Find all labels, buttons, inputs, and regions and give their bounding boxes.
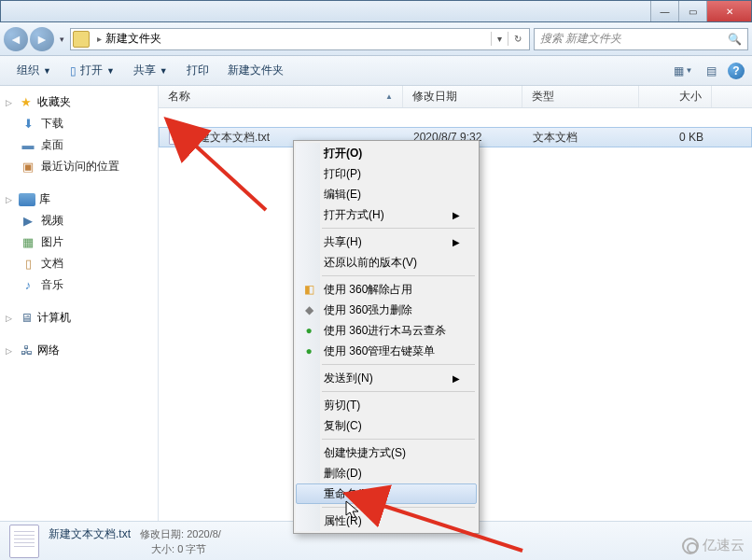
music-icon: ♪ <box>21 278 35 293</box>
360-icon: ◆ <box>301 302 316 317</box>
breadcrumb-dropdown[interactable]: ▾ <box>491 32 508 46</box>
chevron-down-icon: ▼ <box>160 66 168 76</box>
column-type[interactable]: 类型 <box>522 86 639 107</box>
minimize-button[interactable]: — <box>650 1 678 21</box>
ctx-360-delete[interactable]: ◆使用 360强力删除 <box>296 300 477 320</box>
nav-history-dropdown[interactable]: ▾ <box>58 35 66 44</box>
sidebar-item-desktop[interactable]: ▬桌面 <box>0 134 158 156</box>
column-name[interactable]: 名称 <box>159 86 403 107</box>
column-date[interactable]: 修改日期 <box>403 86 522 107</box>
document-icon: ▯ <box>21 257 35 272</box>
download-icon: ⬇ <box>21 117 35 132</box>
help-button[interactable]: ? <box>728 63 745 79</box>
sidebar-item-videos[interactable]: ▶视频 <box>0 210 158 231</box>
ctx-360-unlock[interactable]: ◧使用 360解除占用 <box>296 279 477 300</box>
ctx-copy[interactable]: 复制(C) <box>296 415 477 436</box>
picture-icon: ▦ <box>21 235 35 250</box>
chevron-down-icon: ▼ <box>106 66 115 76</box>
ctx-restore[interactable]: 还原以前的版本(V) <box>296 252 477 273</box>
ctx-share[interactable]: 共享(H)▶ <box>296 231 477 252</box>
breadcrumb[interactable]: ▸ 新建文件夹 ▾ ↻ <box>70 28 530 50</box>
computer-icon: 🖥 <box>19 311 34 326</box>
ctx-sendto[interactable]: 发送到(N)▶ <box>296 368 477 388</box>
folder-icon <box>73 31 90 48</box>
breadcrumb-separator: ▸ <box>97 34 102 44</box>
sidebar-computer-header[interactable]: ▷🖥计算机 <box>0 307 158 329</box>
ctx-shortcut[interactable]: 创建快捷方式(S) <box>296 442 477 463</box>
sidebar-network-header[interactable]: ▷🖧网络 <box>0 340 158 361</box>
ctx-print[interactable]: 打印(P) <box>296 163 477 184</box>
open-button[interactable]: ▯打开▼ <box>61 59 124 82</box>
watermark-logo-icon <box>682 538 699 554</box>
sidebar-favorites-header[interactable]: ▷★收藏夹 <box>0 91 158 113</box>
submenu-icon: ▶ <box>453 373 460 384</box>
search-icon: 🔍 <box>728 33 742 46</box>
sidebar-item-downloads[interactable]: ⬇下载 <box>0 113 158 134</box>
search-input[interactable]: 搜索 新建文件夹 🔍 <box>534 28 748 50</box>
360-icon: ● <box>301 323 316 338</box>
ctx-open[interactable]: 打开(O) <box>296 143 477 163</box>
share-button[interactable]: 共享▼ <box>124 59 177 82</box>
sidebar-libraries-header[interactable]: ▷库 <box>0 189 158 210</box>
ctx-cut[interactable]: 剪切(T) <box>296 395 477 415</box>
details-filename: 新建文本文档.txt 修改日期: 2020/8/ <box>49 526 221 542</box>
breadcrumb-folder[interactable]: 新建文件夹 <box>105 31 161 47</box>
star-icon: ★ <box>19 95 34 110</box>
print-button[interactable]: 打印 <box>177 59 218 82</box>
desktop-icon: ▬ <box>21 138 35 153</box>
file-size: 0 KB <box>640 131 713 144</box>
ctx-openwith[interactable]: 打开方式(H)▶ <box>296 204 477 225</box>
file-large-icon <box>9 525 39 558</box>
ctx-rename[interactable]: 重命名(M) <box>296 483 477 504</box>
forward-button[interactable]: ► <box>30 27 54 51</box>
submenu-icon: ▶ <box>453 210 460 220</box>
sidebar-item-documents[interactable]: ▯文档 <box>0 253 158 274</box>
sidebar-item-pictures[interactable]: ▦图片 <box>0 231 158 253</box>
video-icon: ▶ <box>21 214 35 229</box>
360-icon: ● <box>301 343 316 358</box>
ctx-delete[interactable]: 删除(D) <box>296 463 477 483</box>
newfolder-button[interactable]: 新建文件夹 <box>218 59 293 82</box>
view-button[interactable]: ▦▼ <box>672 60 694 82</box>
window-titlebar: — ▭ ✕ <box>0 0 752 22</box>
file-name: 新建文本文档.txt <box>188 130 270 146</box>
ctx-360-scan[interactable]: ●使用 360进行木马云查杀 <box>296 320 477 341</box>
back-button[interactable]: ◄ <box>4 27 28 51</box>
close-button[interactable]: ✕ <box>706 1 751 21</box>
column-headers: 名称 修改日期 类型 大小 <box>159 86 752 108</box>
360-icon: ◧ <box>301 282 316 297</box>
network-icon: 🖧 <box>19 343 34 358</box>
column-size[interactable]: 大小 <box>639 86 712 107</box>
toolbar: 组织▼ ▯打开▼ 共享▼ 打印 新建文件夹 ▦▼ ▤ ? <box>0 56 752 86</box>
sidebar-item-recent[interactable]: ▣最近访问的位置 <box>0 156 158 177</box>
ctx-edit[interactable]: 编辑(E) <box>296 184 477 204</box>
watermark: 亿速云 <box>682 537 745 554</box>
refresh-button[interactable]: ↻ <box>508 32 527 46</box>
nav-bar: ◄ ► ▾ ▸ 新建文件夹 ▾ ↻ 搜索 新建文件夹 🔍 <box>0 22 752 56</box>
ctx-360-menu[interactable]: ●使用 360管理右键菜单 <box>296 341 477 361</box>
search-placeholder: 搜索 新建文件夹 <box>540 31 621 47</box>
submenu-icon: ▶ <box>453 237 460 247</box>
chevron-down-icon: ▼ <box>43 66 51 76</box>
organize-button[interactable]: 组织▼ <box>7 59 61 82</box>
sidebar-item-music[interactable]: ♪音乐 <box>0 274 158 296</box>
context-menu: 打开(O) 打印(P) 编辑(E) 打开方式(H)▶ 共享(H)▶ 还原以前的版… <box>293 140 480 534</box>
file-type: 文本文档 <box>523 130 640 146</box>
recent-icon: ▣ <box>21 160 35 175</box>
maximize-button[interactable]: ▭ <box>678 1 706 21</box>
txt-file-icon <box>169 130 182 145</box>
library-icon <box>19 193 35 206</box>
sidebar: ▷★收藏夹 ⬇下载 ▬桌面 ▣最近访问的位置 ▷库 ▶视频 ▦图片 ▯文档 ♪音… <box>0 86 159 521</box>
ctx-properties[interactable]: 属性(R) <box>296 511 477 531</box>
preview-pane-button[interactable]: ▤ <box>700 60 722 82</box>
